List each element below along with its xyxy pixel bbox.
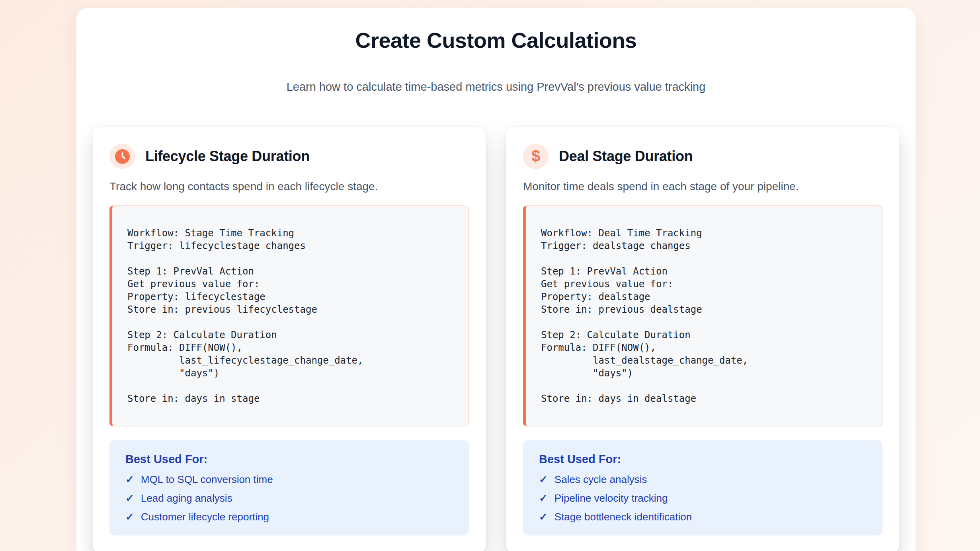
list-item-label: MQL to SQL conversion time bbox=[141, 473, 273, 485]
list-item: ✓ Stage bottleneck identification bbox=[539, 511, 867, 523]
card-header: $ Deal Stage Duration bbox=[523, 144, 882, 169]
list-item-label: Stage bottleneck identification bbox=[554, 511, 692, 523]
list-item: ✓ MQL to SQL conversion time bbox=[125, 473, 453, 485]
workflow-code: Workflow: Stage Time Tracking Trigger: l… bbox=[127, 227, 453, 405]
list-item: ✓ Customer lifecycle reporting bbox=[125, 511, 453, 523]
page-subtitle: Learn how to calculate time-based metric… bbox=[92, 80, 900, 94]
dollar-icon: $ bbox=[531, 148, 540, 164]
best-used-for-box: Best Used For: ✓ MQL to SQL conversion t… bbox=[109, 440, 469, 535]
check-icon: ✓ bbox=[125, 493, 134, 503]
card-deal-stage-duration: $ Deal Stage Duration Monitor time deals… bbox=[506, 127, 900, 551]
list-item: ✓ Lead aging analysis bbox=[125, 492, 453, 504]
list-item: ✓ Pipeline velocity tracking bbox=[539, 492, 867, 504]
best-used-for-title: Best Used For: bbox=[125, 453, 453, 465]
cards-row: Lifecycle Stage Duration Track how long … bbox=[92, 127, 900, 551]
card-description: Track how long contacts spend in each li… bbox=[109, 180, 469, 193]
clock-icon bbox=[115, 149, 130, 164]
card-title: Deal Stage Duration bbox=[559, 148, 693, 165]
check-icon: ✓ bbox=[125, 512, 134, 522]
check-icon: ✓ bbox=[539, 493, 548, 503]
list-item-label: Pipeline velocity tracking bbox=[554, 492, 668, 504]
icon-badge: $ bbox=[523, 144, 549, 169]
workflow-code-block: Workflow: Stage Time Tracking Trigger: l… bbox=[109, 205, 469, 426]
best-used-for-list: ✓ Sales cycle analysis ✓ Pipeline veloci… bbox=[539, 473, 867, 523]
best-used-for-list: ✓ MQL to SQL conversion time ✓ Lead agin… bbox=[125, 473, 453, 523]
best-used-for-title: Best Used For: bbox=[539, 453, 867, 465]
list-item-label: Customer lifecycle reporting bbox=[141, 511, 269, 523]
list-item-label: Sales cycle analysis bbox=[554, 473, 647, 485]
icon-badge bbox=[109, 144, 135, 169]
card-header: Lifecycle Stage Duration bbox=[109, 144, 469, 169]
main-panel: Create Custom Calculations Learn how to … bbox=[76, 8, 916, 551]
card-description: Monitor time deals spend in each stage o… bbox=[523, 180, 882, 193]
best-used-for-box: Best Used For: ✓ Sales cycle analysis ✓ … bbox=[523, 440, 882, 535]
workflow-code: Workflow: Deal Time Tracking Trigger: de… bbox=[541, 227, 867, 405]
page-title: Create Custom Calculations bbox=[92, 27, 900, 53]
list-item: ✓ Sales cycle analysis bbox=[539, 473, 867, 485]
card-title: Lifecycle Stage Duration bbox=[145, 148, 310, 165]
card-lifecycle-stage-duration: Lifecycle Stage Duration Track how long … bbox=[92, 127, 486, 551]
check-icon: ✓ bbox=[539, 512, 548, 522]
list-item-label: Lead aging analysis bbox=[141, 492, 232, 504]
check-icon: ✓ bbox=[125, 474, 134, 485]
workflow-code-block: Workflow: Deal Time Tracking Trigger: de… bbox=[523, 205, 882, 426]
check-icon: ✓ bbox=[539, 474, 548, 485]
page-background: Create Custom Calculations Learn how to … bbox=[0, 0, 980, 551]
